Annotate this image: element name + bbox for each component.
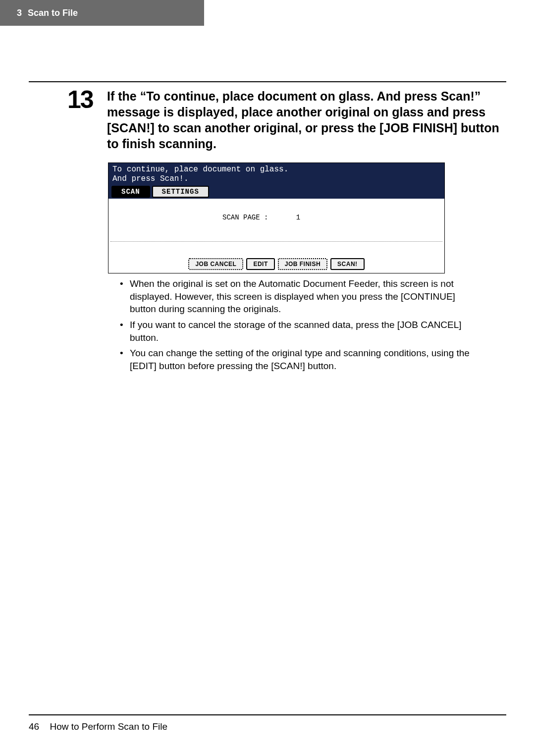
step-instruction: If the “To continue, place document on g…	[107, 88, 506, 152]
scan-page-value: 1	[296, 214, 300, 221]
footer-rule	[29, 714, 506, 715]
message-line-1: To continue, place document on glass.	[112, 165, 440, 174]
scan-page-label: SCAN PAGE :	[222, 214, 268, 221]
settings-tab[interactable]: SETTINGS	[152, 186, 209, 198]
message-line-2: And press Scan!.	[112, 174, 440, 184]
bullet-list: When the original is set on the Automati…	[120, 277, 481, 375]
page-footer: 46 How to Perform Scan to File	[29, 714, 506, 732]
running-title: How to Perform Scan to File	[50, 721, 167, 732]
page-number: 46	[29, 721, 39, 732]
message-bar: To continue, place document on glass. An…	[108, 163, 444, 199]
bullet-item: If you want to cancel the storage of the…	[120, 319, 481, 344]
dotted-divider	[110, 241, 442, 242]
step-block: 13 If the “To continue, place document o…	[71, 88, 506, 152]
top-rule	[29, 81, 506, 82]
chapter-number: 3	[17, 8, 22, 18]
scan-tab[interactable]: SCAN	[111, 186, 150, 198]
panel-body: SCAN PAGE : 1	[108, 199, 444, 256]
scanner-screen-panel: To continue, place document on glass. An…	[108, 162, 445, 273]
step-number: 13	[67, 85, 93, 114]
panel-button-row: JOB CANCEL EDIT JOB FINISH SCAN!	[108, 256, 444, 274]
chapter-header: 3 Scan to File	[0, 0, 204, 26]
job-cancel-button[interactable]: JOB CANCEL	[188, 258, 243, 270]
bullet-item: When the original is set on the Automati…	[120, 277, 481, 316]
bullet-item: You can change the setting of the origin…	[120, 347, 481, 372]
chapter-title: Scan to File	[28, 8, 78, 18]
job-finish-button[interactable]: JOB FINISH	[278, 258, 327, 270]
scan-button[interactable]: SCAN!	[330, 258, 365, 270]
scan-page-row: SCAN PAGE : 1	[222, 214, 300, 221]
panel-tabs: SCAN SETTINGS	[111, 186, 209, 198]
edit-button[interactable]: EDIT	[246, 258, 274, 270]
